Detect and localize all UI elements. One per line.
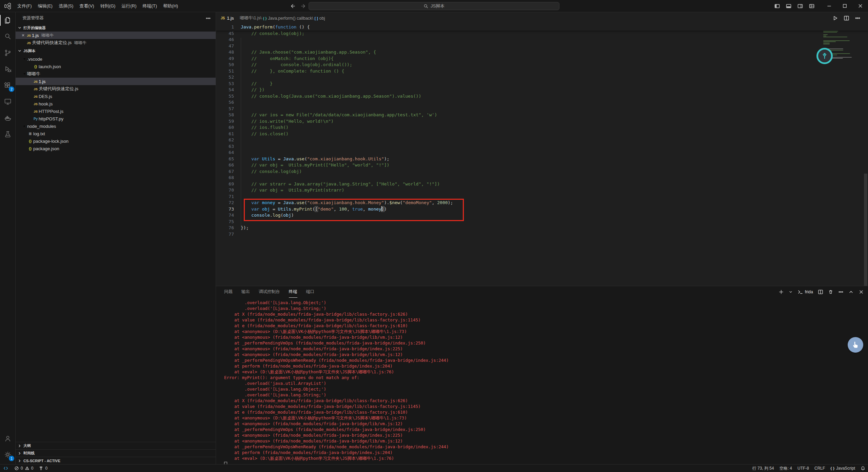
close-editor-icon[interactable]: ✕ xyxy=(20,33,26,38)
diagnostics-status[interactable]: 0 0 xyxy=(12,465,36,472)
tree-item[interactable]: node_modules xyxy=(16,122,216,130)
editor-scrollbar[interactable] xyxy=(863,24,868,286)
back-arrow-icon[interactable] xyxy=(290,3,296,9)
tree-item[interactable]: ≣log.txt xyxy=(16,130,216,137)
activitybar-settings[interactable]: 1 xyxy=(0,447,16,463)
line-number: 77 xyxy=(216,231,234,238)
menu-item[interactable]: 转到(G) xyxy=(97,2,119,11)
code-editor[interactable]: 1Java.perform(function () { 45 // consol… xyxy=(216,24,868,286)
terminal-line: .overload('[Ljava.lang.Object;') xyxy=(224,300,868,306)
tree-item[interactable]: JS关键代码快速定位.js xyxy=(16,85,216,93)
kill-terminal-icon[interactable] xyxy=(828,289,833,295)
new-terminal-icon[interactable] xyxy=(778,289,784,295)
chevron-right-icon xyxy=(17,451,22,456)
tree-item[interactable]: .vscode xyxy=(16,55,216,63)
open-editor-item[interactable]: JS关键代码快速定位.js嘟嘟牛 xyxy=(16,39,216,46)
language-mode[interactable]: { } JavaScript xyxy=(828,465,858,472)
activitybar-docker[interactable] xyxy=(0,110,16,126)
split-terminal-icon[interactable] xyxy=(818,289,823,295)
tree-item[interactable]: {}package.json xyxy=(16,145,216,152)
breadcrumb-segment[interactable]: obj xyxy=(319,16,325,21)
breadcrumb-segment[interactable]: Java.perform() callback\ xyxy=(268,16,313,21)
toggle-secondary-sidebar-icon[interactable] xyxy=(797,3,803,9)
tree-item[interactable]: 嘟嘟牛 xyxy=(16,70,216,78)
more-actions-icon[interactable] xyxy=(855,15,861,21)
more-actions-icon[interactable] xyxy=(205,16,211,21)
minimap-line xyxy=(823,43,830,43)
command-center-search[interactable]: JS脚本 xyxy=(309,2,559,10)
close-panel-icon[interactable] xyxy=(859,289,864,295)
menu-item[interactable]: 终端(T) xyxy=(139,2,160,11)
tree-item[interactable]: PyhttpPOST.py xyxy=(16,115,216,122)
code-line: 63 xyxy=(216,143,868,150)
menu-item[interactable]: 文件(F) xyxy=(14,2,35,11)
active-tab[interactable]: JS 1.js xyxy=(216,16,234,21)
activitybar-source-control[interactable] xyxy=(0,45,16,61)
breadcrumb-segment[interactable]: 嘟嘟牛\1.js\ xyxy=(240,15,261,21)
code-line: 55 // console.log(Java.use("com.xiaojian… xyxy=(216,93,868,100)
panel-tab-端口[interactable]: 端口 xyxy=(306,286,315,298)
maximize-button[interactable] xyxy=(837,0,852,12)
terminal-profile-chevron-icon[interactable] xyxy=(789,289,793,295)
panel-tab-问题[interactable]: 问题 xyxy=(224,286,233,298)
activitybar-extensions[interactable]: 2 xyxy=(0,77,16,94)
forward-arrow-icon[interactable] xyxy=(300,3,306,9)
run-file-icon[interactable] xyxy=(832,15,838,21)
minimize-button[interactable] xyxy=(821,0,837,12)
activitybar-remote-explorer[interactable] xyxy=(0,94,16,110)
annotation-red-box xyxy=(244,199,464,221)
braces-icon: { } xyxy=(830,466,834,470)
sidebar-section-时间线[interactable]: 时间线 xyxy=(16,449,216,457)
toggle-sidebar-icon[interactable] xyxy=(774,3,780,9)
remote-indicator[interactable] xyxy=(0,465,12,472)
terminal-output[interactable]: .overload('[Ljava.lang.Object;') .overlo… xyxy=(216,298,868,467)
open-editor-item[interactable]: ✕JS1.js嘟嘟牛 xyxy=(16,32,216,39)
terminal-tab-frida[interactable]: frida xyxy=(797,289,813,295)
line-number: 65 xyxy=(216,156,234,162)
scrollbar-thumb[interactable] xyxy=(864,174,867,286)
notifications-bell[interactable] xyxy=(858,465,868,472)
activitybar-explorer[interactable] xyxy=(0,12,16,28)
customize-layout-icon[interactable] xyxy=(809,3,814,9)
toggle-panel-icon[interactable] xyxy=(786,3,791,9)
eol-status[interactable]: CRLF xyxy=(812,465,828,472)
tree-item[interactable]: JS1.js xyxy=(16,78,216,85)
split-editor-icon[interactable] xyxy=(844,15,849,21)
panel-tab-输出[interactable]: 输出 xyxy=(241,286,250,298)
menu-item[interactable]: 查看(V) xyxy=(76,2,97,11)
tree-item[interactable]: {}package-lock.json xyxy=(16,137,216,145)
indentation-status[interactable]: 空格: 4 xyxy=(777,465,795,472)
chevron-down-icon xyxy=(17,48,22,54)
encoding-status[interactable]: UTF-8 xyxy=(795,465,812,472)
sidebar-section-CS-SCRIPT - ACTIVE[interactable]: CS-SCRIPT - ACTIVE xyxy=(16,457,216,464)
file-label: package.json xyxy=(33,146,59,151)
line-number: 72 xyxy=(216,200,234,206)
cursor-position[interactable]: 行 73, 列 54 xyxy=(750,465,777,472)
tree-item[interactable]: JShook.js xyxy=(16,100,216,107)
terminal-line: at <anonymous> (frida/node_modules/frida… xyxy=(224,432,868,438)
menu-item[interactable]: 运行(R) xyxy=(118,2,139,11)
activitybar-account[interactable] xyxy=(0,430,16,447)
menu-item[interactable]: 选择(S) xyxy=(56,2,76,11)
tree-item[interactable]: JSHTTPPost.js xyxy=(16,107,216,115)
ports-status[interactable]: 0 xyxy=(36,465,50,472)
menu-item[interactable]: 帮助(H) xyxy=(160,2,181,11)
panel-header: 问题输出调试控制台终端端口 frida xyxy=(216,286,868,298)
panel-tab-调试控制台[interactable]: 调试控制台 xyxy=(259,286,280,298)
workspace-root-header[interactable]: JS脚本 xyxy=(16,46,216,55)
activitybar-search[interactable] xyxy=(0,28,16,45)
explorer-sidebar: 资源管理器 打开的编辑器 ✕JS1.js嘟嘟牛JS关键代码快速定位.js嘟嘟牛 … xyxy=(16,12,216,464)
tree-item[interactable]: JSDES.js xyxy=(16,93,216,100)
open-editors-header[interactable]: 打开的编辑器 xyxy=(16,24,216,32)
activitybar-run-debug[interactable] xyxy=(0,61,16,77)
sidebar-section-大纲[interactable]: 大纲 xyxy=(16,442,216,449)
line-number: 69 xyxy=(216,181,234,188)
more-actions-icon[interactable] xyxy=(838,289,844,295)
menu-item[interactable]: 编辑(E) xyxy=(35,2,56,11)
indent-guide xyxy=(241,38,241,228)
tree-item[interactable]: {}launch.json xyxy=(16,63,216,70)
maximize-panel-icon[interactable] xyxy=(848,289,854,295)
close-window-button[interactable] xyxy=(852,0,868,12)
activitybar-test-flask[interactable] xyxy=(0,126,16,142)
panel-tab-终端[interactable]: 终端 xyxy=(289,286,297,298)
